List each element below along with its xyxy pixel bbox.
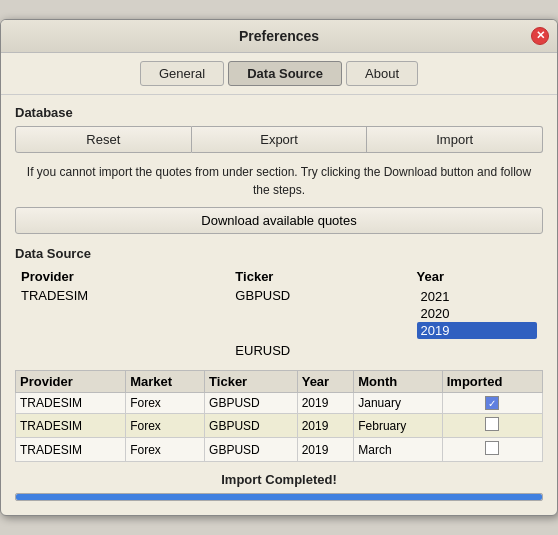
data-source-section: Data Source Provider Ticker Year TRADESI… (15, 246, 543, 463)
title-bar: Preferences ✕ (1, 20, 557, 53)
col-header-year: Year (411, 267, 543, 286)
year-2021[interactable]: 2021 (417, 288, 537, 305)
checkbox-unchecked-icon[interactable] (485, 417, 499, 431)
upper-provider-2 (15, 341, 229, 360)
row3-imported[interactable] (442, 438, 542, 462)
lower-col-provider: Provider (16, 370, 126, 392)
row1-provider: TRADESIM (16, 392, 126, 414)
year-2020[interactable]: 2020 (417, 305, 537, 322)
reset-button[interactable]: Reset (15, 126, 192, 153)
download-button[interactable]: Download available quotes (15, 207, 543, 234)
tab-about[interactable]: About (346, 61, 418, 86)
lower-col-month: Month (354, 370, 442, 392)
import-button[interactable]: Import (367, 126, 543, 153)
database-section-title: Database (15, 105, 543, 120)
row2-ticker: GBPUSD (205, 414, 298, 438)
row3-ticker: GBPUSD (205, 438, 298, 462)
row1-month: January (354, 392, 442, 414)
row2-year: 2019 (297, 414, 354, 438)
lower-table: Provider Market Ticker Year Month Import… (15, 370, 543, 463)
checkbox-checked-icon[interactable]: ✓ (485, 396, 499, 410)
checkbox-unchecked-icon-2[interactable] (485, 441, 499, 455)
info-text: If you cannot import the quotes from und… (15, 163, 543, 199)
upper-provider-1: TRADESIM (15, 286, 229, 341)
upper-table-row-2: EURUSD (15, 341, 543, 360)
row2-imported[interactable] (442, 414, 542, 438)
upper-table-row-1: TRADESIM GBPUSD 2021 2020 2019 (15, 286, 543, 341)
row1-year: 2019 (297, 392, 354, 414)
row3-market: Forex (126, 438, 205, 462)
row3-month: March (354, 438, 442, 462)
upper-ticker-2: EURUSD (229, 341, 410, 360)
window-title: Preferences (239, 28, 319, 44)
col-header-provider: Provider (15, 267, 229, 286)
upper-ticker-1: GBPUSD (229, 286, 410, 341)
tab-general[interactable]: General (140, 61, 224, 86)
row3-year: 2019 (297, 438, 354, 462)
upper-years-2 (411, 341, 543, 360)
database-buttons: Reset Export Import (15, 126, 543, 153)
preferences-window: Preferences ✕ General Data Source About … (0, 19, 558, 517)
content-area: Database Reset Export Import If you cann… (1, 95, 557, 516)
lower-col-market: Market (126, 370, 205, 392)
row3-provider: TRADESIM (16, 438, 126, 462)
progress-bar-container (15, 493, 543, 501)
upper-table: Provider Ticker Year TRADESIM GBPUSD 202… (15, 267, 543, 360)
progress-bar-fill (16, 494, 542, 500)
tab-datasource[interactable]: Data Source (228, 61, 342, 86)
status-text: Import Completed! (15, 472, 543, 487)
row2-month: February (354, 414, 442, 438)
row2-market: Forex (126, 414, 205, 438)
lower-col-ticker: Ticker (205, 370, 298, 392)
upper-years-1: 2021 2020 2019 (411, 286, 543, 341)
row2-provider: TRADESIM (16, 414, 126, 438)
close-button[interactable]: ✕ (531, 27, 549, 45)
lower-col-imported: Imported (442, 370, 542, 392)
year-2019[interactable]: 2019 (417, 322, 537, 339)
row1-imported[interactable]: ✓ (442, 392, 542, 414)
lower-table-row-1: TRADESIM Forex GBPUSD 2019 January ✓ (16, 392, 543, 414)
data-source-title: Data Source (15, 246, 543, 261)
col-header-ticker: Ticker (229, 267, 410, 286)
export-button[interactable]: Export (192, 126, 368, 153)
row1-ticker: GBPUSD (205, 392, 298, 414)
lower-col-year: Year (297, 370, 354, 392)
row1-market: Forex (126, 392, 205, 414)
tab-bar: General Data Source About (1, 53, 557, 95)
lower-table-row-3: TRADESIM Forex GBPUSD 2019 March (16, 438, 543, 462)
lower-table-row-2: TRADESIM Forex GBPUSD 2019 February (16, 414, 543, 438)
